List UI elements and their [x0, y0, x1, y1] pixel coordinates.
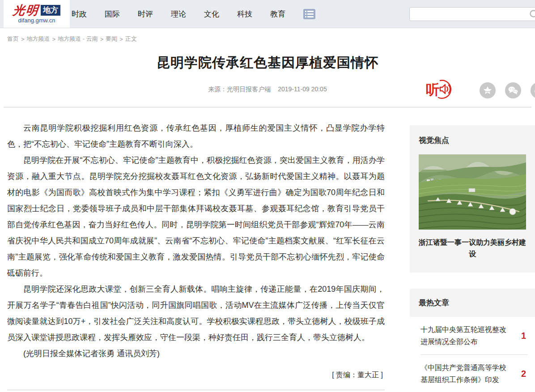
- page-title: 昆明学院传承红色基因厚植爱国情怀: [0, 54, 535, 72]
- breadcrumb: 首页> 地方频道> 地方频道 - 云南> 要闻> 正文: [0, 28, 535, 47]
- site-header: 光明 地方 difang.gmw.cn 时政 国际 时评 理论 文化 科技 教育: [0, 0, 535, 28]
- visual-focus-photo[interactable]: [419, 154, 526, 230]
- visual-focus-title: 视觉焦点: [419, 135, 526, 145]
- nav-item-shizheng[interactable]: 时政: [72, 9, 87, 19]
- logo-brand-text: 光明: [13, 4, 40, 17]
- weibo-icon[interactable]: [531, 82, 535, 98]
- hot-article-title[interactable]: 十九届中央第五轮巡视整改进展情况全部公布: [420, 324, 512, 348]
- hot-articles-list: 十九届中央第五轮巡视整改进展情况全部公布 1 《中国共产党普通高等学校基层组织工…: [410, 317, 535, 392]
- share-toolbar: 听: [425, 78, 535, 102]
- publish-date: 2019-11-09 20:05: [278, 85, 327, 93]
- article-paragraph: 昆明学院还深化思政大课堂，创新三全育人新载体。唱响主旋律，传递正能量，在2019…: [7, 281, 385, 345]
- breadcrumb-local-channel[interactable]: 地方频道: [27, 35, 50, 43]
- search-input[interactable]: [409, 7, 535, 21]
- visual-focus-figure: 浙江诸暨一事一议助力美丽乡村建设: [419, 154, 526, 260]
- main-nav: 时政 国际 时评 理论 文化 科技 教育: [72, 0, 315, 28]
- visual-focus-caption[interactable]: 浙江诸暨一事一议助力美丽乡村建设: [419, 237, 526, 260]
- content-area: 云南昆明学院积极挖掘利用红色资源，传承红色基因，厚植师生的爱国主义情怀，凸显学院…: [0, 107, 535, 392]
- nav-item-wenhua[interactable]: 文化: [204, 9, 219, 19]
- breadcrumb-separator: >: [52, 36, 56, 43]
- hot-article-item[interactable]: 《中国共产党普通高等学校基层组织工作条例》印发 2: [420, 355, 528, 392]
- source-label: 来源：光明日报客户端: [208, 85, 271, 93]
- site-logo[interactable]: 光明 地方 difang.gmw.cn: [4, 0, 70, 28]
- breadcrumb-current: 正文: [125, 35, 137, 43]
- hot-article-title[interactable]: 《中国共产党普通高等学校基层组织工作条例》印发: [420, 362, 512, 386]
- breadcrumb-separator: >: [119, 36, 123, 43]
- logo-domain: difang.gmw.cn: [18, 17, 55, 24]
- breadcrumb-separator: >: [100, 36, 104, 43]
- search-box: [409, 7, 535, 21]
- hot-articles-header: 最热文章: [410, 289, 535, 317]
- article-body: 云南昆明学院积极挖掘利用红色资源，传承红色基因，厚植师生的爱国主义情怀，凸显学院…: [7, 107, 385, 392]
- visual-focus-box: 视觉焦点: [410, 125, 535, 273]
- reporter-credit: (光明日报全媒体记者张勇 通讯员刘芳): [7, 345, 385, 362]
- hot-articles-title: 最热文章: [419, 298, 449, 307]
- article-paragraph: 昆明学院在开展“不忘初心、牢记使命”主题教育中，积极挖掘红色资源，突出爱国主义教…: [7, 152, 385, 281]
- menu-list-icon[interactable]: [303, 9, 315, 19]
- nav-item-lilun[interactable]: 理论: [171, 9, 186, 19]
- hot-article-item[interactable]: 十九届中央第五轮巡视整改进展情况全部公布 1: [420, 317, 528, 355]
- qzone-icon[interactable]: [480, 82, 496, 98]
- wechat-icon[interactable]: [505, 82, 521, 98]
- listen-icon[interactable]: 听: [425, 78, 453, 102]
- article-bottom-divider: [7, 390, 385, 390]
- nav-item-keji[interactable]: 科技: [237, 9, 252, 19]
- hot-article-rank: 1: [521, 331, 528, 341]
- listen-glyph-text: 听: [426, 82, 440, 98]
- nav-item-shiping[interactable]: 时评: [138, 9, 153, 19]
- hot-articles-box: 最热文章 十九届中央第五轮巡视整改进展情况全部公布 1 《中国共产党普通高等学校…: [410, 289, 535, 392]
- logo-section-badge: 地方: [41, 5, 60, 16]
- sidebar: 视觉焦点: [410, 107, 535, 392]
- search-icon[interactable]: [529, 9, 535, 21]
- article-paragraph: 云南昆明学院积极挖掘利用红色资源，传承红色基因，厚植师生的爱国主义情怀，凸显学院…: [7, 120, 385, 152]
- editor-line: [ 责编：董大正 ]: [7, 371, 385, 380]
- nav-item-jiaoyu[interactable]: 教育: [270, 9, 285, 19]
- breadcrumb-separator: >: [21, 36, 25, 43]
- nav-item-guoji[interactable]: 国际: [105, 9, 120, 19]
- breadcrumb-home[interactable]: 首页: [7, 35, 19, 43]
- hot-article-rank: 2: [521, 369, 528, 379]
- article-meta: 来源：光明日报客户端 2019-11-09 20:05 听: [0, 78, 535, 104]
- breadcrumb-yaowen[interactable]: 要闻: [106, 35, 117, 43]
- breadcrumb-yunnan[interactable]: 地方频道 - 云南: [58, 35, 98, 43]
